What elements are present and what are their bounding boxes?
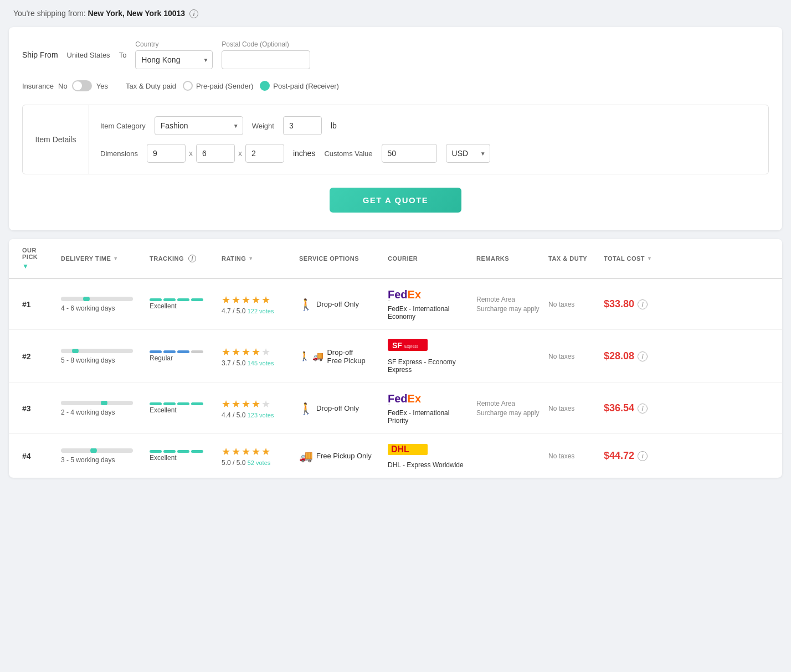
total-cost-value-0: $33.80 (604, 298, 634, 310)
country-select[interactable]: Hong Kong Japan United Kingdom (135, 50, 213, 69)
rating-text-1: 3.7 / 5.0 145 votes (222, 359, 290, 367)
rating-votes-2: 123 votes (248, 412, 274, 418)
row-remarks-1 (472, 348, 544, 365)
courier-name-0: FedEx - International Economy (388, 305, 468, 321)
row-rank-2: #3 (18, 395, 56, 422)
rating-text-2: 4.4 / 5.0 123 votes (222, 411, 290, 419)
courier-logo-1: SF Express (388, 339, 468, 356)
remarks-text-0: Remote Area Surcharge may apply (476, 296, 539, 313)
insurance-toggle[interactable] (72, 80, 92, 91)
person-icon: 🚶 (299, 298, 313, 311)
service-line: Drop-off Only (316, 300, 359, 308)
dim-z-input[interactable] (245, 144, 284, 163)
service-line: Drop-off Only (316, 404, 359, 412)
cost-info-icon-0[interactable]: i (638, 299, 648, 309)
svg-text:Express: Express (404, 344, 419, 349)
row-tracking-2: Excellent (145, 394, 217, 423)
ship-from-row: Ship From United States To Country Hong … (22, 40, 769, 69)
row-delivery-1: 5 - 8 working days (56, 340, 145, 373)
item-details-box: Item Details Item Category Fashion Elect… (22, 105, 769, 174)
country-select-wrap: Hong Kong Japan United Kingdom (135, 50, 213, 69)
insurance-group: Insurance No Yes (22, 80, 108, 91)
th-total-cost[interactable]: TOTAL COST ▼ (599, 239, 666, 278)
weight-input[interactable] (283, 116, 322, 135)
tax-text-3: No taxes (548, 452, 574, 460)
top-banner: You're shipping from: New York, New York… (0, 0, 791, 27)
category-select[interactable]: Fashion Electronics Books (155, 116, 243, 135)
row-service-2: 🚶 Drop-off Only (295, 393, 383, 424)
dim-inputs: x x (147, 144, 284, 163)
row-rating-0: ★★★★★ 4.7 / 5.0 122 votes (217, 285, 295, 324)
dim-y-input[interactable] (196, 144, 235, 163)
item-details-label: Item Details (23, 105, 89, 174)
postpaid-option[interactable]: Post-paid (Receiver) (260, 81, 339, 91)
currency-select-wrap: USD EUR GBP (446, 144, 490, 163)
tracking-label-1: Regular (150, 354, 213, 362)
courier-name-1: SF Express - Economy Express (388, 358, 468, 374)
prepaid-option[interactable]: Pre-paid (Sender) (183, 81, 253, 91)
row-courier-0: FedEx Express FedEx - International Econ… (383, 279, 472, 329)
location-info-icon[interactable]: i (189, 9, 198, 18)
row-tax-0: No taxes (544, 291, 599, 317)
row-cost-0: $33.80 i (599, 290, 666, 319)
delivery-days-0: 4 - 6 working days (61, 304, 141, 312)
table-row: #2 5 - 8 working days Regular ★★★★★ 3.7 … (9, 330, 782, 383)
truck-icon: 🚚 (299, 449, 313, 463)
customs-input[interactable] (382, 144, 437, 163)
service-line: Free Pickup Only (316, 452, 372, 460)
from-country: United States (67, 51, 110, 59)
courier-name-3: DHL - Express Worldwide (388, 461, 468, 469)
table-body: #1 4 - 6 working days Excellent ★★★★★ 4.… (9, 279, 782, 478)
row-rating-1: ★★★★★ 3.7 / 5.0 145 votes (217, 337, 295, 376)
banner-prefix: You're shipping from: (13, 9, 86, 18)
table-row: #1 4 - 6 working days Excellent ★★★★★ 4.… (9, 279, 782, 330)
tax-text-1: No taxes (548, 353, 574, 360)
row-courier-2: FedEx Express FedEx - International Prio… (383, 383, 472, 433)
rating-sort-icon: ▼ (248, 256, 253, 261)
dim-unit: inches (293, 149, 315, 158)
row-tracking-0: Excellent (145, 290, 217, 319)
delivery-days-2: 2 - 4 working days (61, 409, 141, 416)
cost-info-icon-2[interactable]: i (638, 404, 648, 413)
dim-y-sep: x (238, 149, 242, 158)
banner-location: New York, New York 10013 (88, 9, 185, 18)
country-field-label: Country (135, 40, 213, 48)
table-row: #4 3 - 5 working days Excellent ★★★★★ 5.… (9, 434, 782, 478)
row-tracking-3: Excellent (145, 441, 217, 471)
country-group: Country Hong Kong Japan United Kingdom (135, 40, 213, 69)
postal-input[interactable] (222, 50, 310, 69)
to-label: To (119, 51, 127, 59)
th-tracking[interactable]: TRACKING i (145, 239, 217, 278)
insurance-label: Insurance (22, 82, 54, 90)
total-cost-value-3: $44.72 (604, 450, 634, 462)
row-rating-3: ★★★★★ 5.0 / 5.0 52 votes (217, 437, 295, 475)
row-service-1: 🚶 🚚 Drop-offFree Pickup (295, 339, 383, 374)
cost-info-icon-3[interactable]: i (638, 451, 648, 461)
svg-text:DHL: DHL (391, 444, 409, 454)
courier-logo-3: DHL (388, 443, 468, 459)
get-quote-button[interactable]: GET A QUOTE (330, 188, 462, 213)
th-our-pick[interactable]: OUR PICK ▼ (18, 239, 56, 278)
delivery-sort-icon: ▼ (113, 256, 118, 261)
row-tracking-1: Regular (145, 342, 217, 371)
th-rating[interactable]: RATING ▼ (217, 239, 295, 278)
dimensions-label: Dimensions (100, 149, 138, 158)
ship-from-label: Ship From (22, 50, 58, 59)
rating-votes-1: 145 votes (248, 360, 274, 366)
svg-text:Express: Express (388, 300, 402, 301)
tracking-label-0: Excellent (150, 302, 213, 310)
tracking-info-icon[interactable]: i (188, 255, 196, 262)
tax-text-0: No taxes (548, 301, 574, 308)
prepaid-label: Pre-paid (Sender) (196, 82, 253, 90)
svg-text:Express: Express (388, 404, 402, 405)
row-courier-3: DHL DHL - Express Worldwide (383, 434, 472, 478)
dimensions-customs-row: Dimensions x x inches Customs Value USD … (100, 144, 757, 163)
weight-unit: lb (331, 121, 337, 130)
row-courier-1: SF Express SF Express - Economy Express (383, 330, 472, 382)
weight-label: Weight (252, 122, 274, 130)
dim-x-input[interactable] (147, 144, 186, 163)
th-tax-duty: TAX & DUTY (544, 239, 599, 278)
cost-info-icon-1[interactable]: i (638, 351, 648, 361)
currency-select[interactable]: USD EUR GBP (446, 144, 490, 163)
th-delivery-time[interactable]: DELIVERY TIME ▼ (56, 239, 145, 278)
